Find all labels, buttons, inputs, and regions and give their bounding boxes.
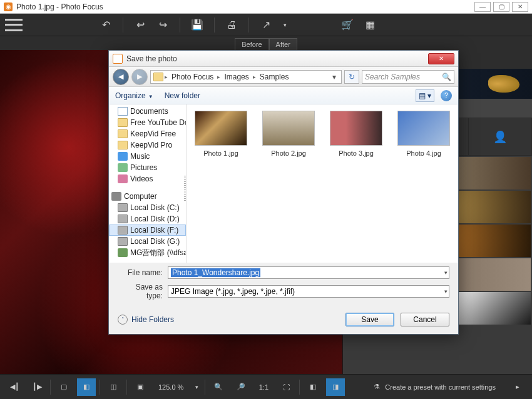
panel-right-icon[interactable]: ◨ [326, 378, 345, 396]
collapse-panel-icon[interactable]: ▸ [508, 378, 527, 396]
vid-icon [118, 174, 128, 183]
save-dialog: Save the photo ✕ ◀ ▶ ▸ Photo Focus ▸ Ima… [108, 50, 459, 335]
window-minimize-button[interactable]: — [474, 2, 491, 12]
tree-node[interactable]: Local Disk (D:) [109, 213, 186, 225]
resize-grip[interactable] [184, 176, 187, 201]
save-icon[interactable]: 💾 [189, 17, 205, 33]
compare-tabs: Before After [0, 36, 532, 50]
save-button[interactable]: Save [345, 313, 394, 326]
breadcrumb-item[interactable]: Images [222, 73, 251, 81]
comp-icon [111, 192, 121, 201]
hide-folders-toggle[interactable]: ˄ Hide Folders [118, 315, 174, 325]
grid-icon[interactable]: ▦ [362, 17, 378, 33]
tab-after[interactable]: After [269, 38, 297, 50]
print-icon[interactable]: 🖨 [223, 17, 240, 33]
tree-node[interactable]: Pictures [109, 162, 186, 173]
tree-node[interactable]: Free YouTube Down [109, 117, 186, 128]
fullscreen-icon[interactable]: ⛶ [277, 378, 295, 396]
net-icon [118, 248, 128, 257]
file-item[interactable]: Photo 4.jpg [396, 111, 452, 157]
nav-forward-button[interactable]: ▶ [131, 69, 148, 85]
nav-back-button[interactable]: ◀ [113, 69, 129, 85]
tree-node[interactable]: MG营销部 (\\dfsa.w [109, 247, 186, 258]
tree-node[interactable]: KeepVid Free [109, 128, 186, 139]
preset-slot-user-icon[interactable]: 👤 [469, 118, 532, 155]
folder-icon [153, 73, 163, 81]
dialog-titlebar[interactable]: Save the photo ✕ [109, 51, 458, 67]
breadcrumb-item[interactable]: Samples [257, 73, 292, 81]
zoom-dropdown-icon[interactable]: ▾ [192, 378, 201, 396]
disk-icon [118, 237, 128, 246]
search-icon: 🔍 [442, 73, 451, 81]
main-toolbar: ↶ ↩ ↪ 💾 🖨 ↗ ▾ 🛒 ▦ [0, 14, 532, 36]
share-icon[interactable]: ↗ [258, 17, 274, 33]
file-thumbnail [195, 111, 247, 146]
file-item[interactable]: Photo 2.jpg [260, 111, 317, 157]
next-image-icon[interactable]: ┃▶ [28, 378, 46, 396]
zoom-out-icon[interactable]: 🔍 [209, 378, 228, 396]
undo-history-icon[interactable]: ↶ [98, 17, 114, 33]
dropdown-icon[interactable]: ▾ [444, 270, 448, 276]
dialog-fields: File name: Photo 1_Wondershare.jpg ▾ Sav… [109, 263, 458, 305]
tree-node[interactable]: Local Disk (G:) [109, 236, 186, 247]
compare-view-icon[interactable]: ◧ [77, 378, 96, 396]
doc-icon [118, 107, 128, 116]
tree-node[interactable]: Videos [109, 173, 186, 184]
file-thumbnail [330, 111, 382, 146]
zoom-value[interactable]: 125.0 % [153, 383, 188, 391]
fit-icon[interactable]: ▣ [131, 378, 150, 396]
panel-left-icon[interactable]: ◧ [304, 378, 322, 396]
tree-node[interactable]: Music [109, 151, 186, 162]
cart-icon[interactable]: 🛒 [339, 17, 356, 33]
disk-icon [118, 226, 128, 235]
search-input[interactable]: Search Samples 🔍 [362, 70, 454, 84]
cancel-button[interactable]: Cancel [401, 313, 449, 326]
filename-input[interactable]: Photo 1_Wondershare.jpg ▾ [168, 266, 449, 279]
new-folder-button[interactable]: New folder [165, 91, 200, 100]
disk-icon [118, 215, 128, 223]
organize-menu[interactable]: Organize▼ [115, 91, 153, 100]
menu-button[interactable] [5, 19, 23, 31]
tab-before[interactable]: Before [235, 38, 269, 50]
window-maximize-button[interactable]: ▢ [493, 2, 509, 12]
prev-image-icon[interactable]: ◀┃ [5, 378, 24, 396]
folder-icon [118, 118, 128, 127]
breadcrumb-item[interactable]: Photo Focus [169, 73, 216, 81]
file-name: Photo 4.jpg [396, 149, 452, 157]
chevron-up-icon: ˄ [118, 315, 128, 325]
file-list[interactable]: Photo 1.jpgPhoto 2.jpgPhoto 3.jpgPhoto 4… [187, 104, 458, 263]
share-dropdown-icon[interactable]: ▾ [280, 17, 289, 33]
tree-node[interactable]: Documents [109, 106, 186, 117]
zoom-in-icon[interactable]: 🔎 [232, 378, 250, 396]
file-item[interactable]: Photo 3.jpg [328, 111, 384, 157]
window-close-button[interactable]: ✕ [512, 2, 528, 12]
refresh-button[interactable]: ↻ [344, 70, 359, 84]
file-thumbnail [262, 111, 315, 146]
view-mode-button[interactable]: ▤ ▾ [416, 89, 434, 102]
address-bar[interactable]: ▸ Photo Focus ▸ Images ▸ Samples ▾ [150, 70, 342, 84]
tree-node[interactable]: Local Disk (F:) [109, 225, 186, 236]
create-preset-button[interactable]: ⚗ Create a preset with current settings [365, 383, 504, 391]
dialog-toolbar: Organize▼ New folder ▤ ▾ ? [109, 87, 458, 104]
address-dropdown-icon[interactable]: ▾ [330, 73, 339, 81]
redo-icon[interactable]: ↪ [155, 17, 171, 33]
dialog-nav-row: ◀ ▶ ▸ Photo Focus ▸ Images ▸ Samples ▾ ↻… [109, 67, 458, 87]
pic-icon [118, 163, 128, 172]
file-item[interactable]: Photo 1.jpg [193, 111, 249, 157]
file-name: Photo 3.jpg [328, 149, 384, 157]
saveas-type-select[interactable]: JPEG Image (*.jpg, *.jpeg, *.jpe, *.jfif… [168, 285, 449, 298]
undo-icon[interactable]: ↩ [132, 17, 148, 33]
file-name: Photo 1.jpg [193, 149, 249, 157]
split-view-icon[interactable]: ◫ [104, 378, 123, 396]
tree-node[interactable]: Computer [109, 191, 186, 202]
tree-node[interactable]: Local Disk (C:) [109, 202, 186, 213]
dropdown-icon[interactable]: ▾ [444, 288, 448, 295]
folder-icon [118, 129, 128, 138]
folder-tree[interactable]: DocumentsFree YouTube DownKeepVid FreeKe… [109, 104, 187, 263]
dialog-close-button[interactable]: ✕ [428, 53, 454, 64]
actual-size-icon[interactable]: 1:1 [254, 378, 273, 396]
single-view-icon[interactable]: ▢ [54, 378, 73, 396]
help-button[interactable]: ? [441, 90, 452, 101]
filename-label: File name: [118, 268, 163, 277]
tree-node[interactable]: KeepVid Pro [109, 139, 186, 151]
